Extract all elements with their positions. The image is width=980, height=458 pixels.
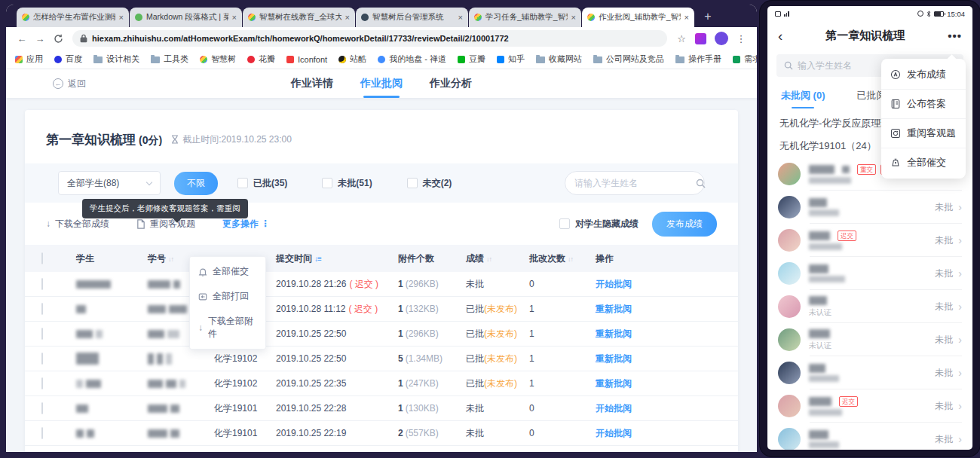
student-row[interactable]: 未批› [767,356,972,389]
reload-icon[interactable] [50,30,66,47]
runoob-favicon-icon [135,14,142,21]
new-tab-button[interactable]: + [698,8,718,26]
select-all-checkbox[interactable] [41,252,43,264]
bookmark-iconfont[interactable]: Iconfont [286,55,327,64]
checkbox-icon[interactable] [407,178,418,188]
tab-close-icon[interactable]: × [571,13,576,22]
mobile-more-menu-icon[interactable]: ••• [948,29,962,42]
table-row[interactable]: 化学19102 2019.10.25 22:35 1(247KB) 已批(未发布… [25,371,738,396]
tab-close-icon[interactable]: × [119,13,124,22]
bookmark-folder-company[interactable]: 公司网站及竞品 [593,53,664,65]
review-objective-button[interactable]: 重阅客观题 [136,218,195,231]
browser-tab-active[interactable]: 作业批阅_辅助教学_智慧树网× [582,8,694,27]
sort-icons[interactable]: ↓↑ [168,255,173,263]
checkbox-icon[interactable] [322,178,332,188]
tab-close-icon[interactable]: × [232,13,237,22]
sort-icons[interactable]: ↓↑ [486,255,492,263]
menu-return-all[interactable]: 全部打回 [190,284,265,309]
filter-all-button[interactable]: 不限 [174,172,218,195]
filter-unsubmitted-checkbox[interactable]: 未交(2) [407,177,452,190]
review-action-link[interactable]: 重新批阅 [596,377,738,390]
student-row[interactable]: 未认证 未批› [767,323,972,356]
row-checkbox[interactable] [41,427,43,439]
menu-publish-answers[interactable]: 公布答案 [881,90,966,119]
publish-scores-button[interactable]: 发布成绩 [652,212,717,237]
filter-unreviewed-checkbox[interactable]: 未批(51) [322,177,372,190]
return-button[interactable]: ←返回 [53,78,86,90]
table-row[interactable]: 2019.10.28 21:26( 迟交 ) 1(296KB) 未批 0 开始批… [25,272,738,297]
review-action-link[interactable]: 重新批阅 [596,303,738,316]
table-row[interactable]: 化学19102 2019.10.25 22:50 1(296KB) 已批(未发布… [25,322,738,347]
student-row[interactable]: 未批› [767,423,972,450]
hide-scores-checkbox[interactable]: 对学生隐藏成绩 [559,218,639,231]
bookmark-douban[interactable]: 豆瓣 [458,53,485,65]
address-bar[interactable]: hiexam.zhihuishu.com/atHomeworkExam/tch/… [72,30,667,47]
review-action-link[interactable]: 重新批阅 [596,353,738,365]
student-row[interactable]: 未批› [767,191,972,224]
student-search-input[interactable] [574,178,691,188]
row-checkbox[interactable] [41,353,43,365]
browser-tab[interactable]: 智慧树后台管理系统× [356,8,468,27]
tab-close-icon[interactable]: × [684,13,689,22]
bookmark-folder-sites[interactable]: 收藏网站 [536,53,582,65]
bookmark-folder-manual[interactable]: 操作手册 [675,53,721,65]
review-action-link[interactable]: 开始批阅 [596,427,738,440]
student-row[interactable]: 未批› [767,257,972,290]
back-icon[interactable]: ← [14,30,30,47]
filter-reviewed-checkbox[interactable]: 已批(35) [237,177,287,190]
student-row[interactable]: 迟交 未批› [767,389,972,423]
sort-icons[interactable]: ↓↑ [568,255,573,263]
tab-homework-detail[interactable]: 作业详情 [291,69,333,98]
tab-homework-review[interactable]: 作业批阅 [360,69,403,98]
tab-homework-analysis[interactable]: 作业分析 [430,69,472,98]
sort-icons-active[interactable]: ↓≡ [314,255,321,263]
bookmark-huaban[interactable]: 花瓣 [247,53,275,65]
student-row[interactable]: 未认证 未批› [767,290,972,323]
browser-tab[interactable]: 智慧树在线教育_全球大型的× [243,8,355,27]
menu-urge-all[interactable]: 全部催交 [881,148,966,177]
browser-tab[interactable]: Markdown 段落格式 | 菜鸟教× [130,8,242,27]
student-row[interactable]: 迟交 未批› [767,224,972,257]
row-checkbox[interactable] [41,303,43,315]
table-row[interactable]: 化学19101 2019.10.25 22:19 2(557KB) 未批 0 开… [25,421,738,446]
bookmark-zcool[interactable]: 站酷 [338,53,366,65]
bookmark-folder-design[interactable]: 设计相关 [93,53,139,65]
review-action-link[interactable]: 重新批阅 [596,328,738,340]
row-checkbox[interactable] [41,402,43,414]
review-action-link[interactable]: 开始批阅 [596,278,738,291]
row-checkbox[interactable] [41,328,43,340]
download-all-scores-button[interactable]: ↓下载全部成绩 [46,218,109,231]
tab-unreviewed[interactable]: 未批阅 (0) [781,89,825,102]
table-row[interactable]: 化学19101 2019.10.25 22:28 1(130KB) 未批 0 开… [25,396,738,421]
profile-avatar[interactable] [715,32,728,45]
bookmark-sheet[interactable]: 需求评审计划表 [733,53,757,65]
student-search[interactable] [565,171,705,195]
checkbox-icon[interactable] [237,178,248,188]
table-row[interactable]: 化学19101 2019.10.28 11:12( 迟交 ) 1(132KB) … [25,297,738,322]
browser-menu-icon[interactable]: ⋮ [733,30,749,47]
browser-tab[interactable]: 怎样给学生布置作业测验 - 在× [17,8,129,27]
menu-download-attachments[interactable]: ↓ 下载全部附件 [190,309,265,347]
bookmark-folder-tools[interactable]: 工具类 [151,53,188,65]
row-checkbox[interactable] [41,278,43,290]
checkbox-icon[interactable] [559,218,570,229]
row-checkbox[interactable] [41,377,43,389]
bookmark-baidu[interactable]: 百度 [54,53,82,65]
bookmark-apps[interactable]: 应用 [15,53,43,65]
bookmark-zentao[interactable]: 我的地盘 - 禅道 [378,53,446,65]
tab-close-icon[interactable]: × [345,13,350,22]
menu-review-objective[interactable]: 重阅客观题 [881,119,966,148]
forward-icon[interactable]: → [32,30,48,47]
browser-tab[interactable]: 学习任务_辅助教学_智慧树网× [469,8,581,27]
bookmark-star-icon[interactable]: ☆ [673,30,690,47]
menu-publish-scores[interactable]: 发布成绩 [881,60,966,90]
extension-icon[interactable] [695,33,706,44]
more-actions-button[interactable]: 更多操作⋮ [222,218,270,231]
student-filter-select[interactable]: 全部学生(88) [58,171,161,195]
review-action-link[interactable]: 开始批阅 [596,402,738,415]
bookmark-zhihu[interactable]: 知乎 [497,53,525,65]
table-row[interactable]: 化学19102 2019.10.25 22:50 5(1.34MB) 已批(未发… [25,347,738,371]
bookmark-zhihuishu[interactable]: 智慧树 [200,53,236,65]
tab-close-icon[interactable]: × [458,13,463,22]
menu-urge-all[interactable]: 全部催交 [190,259,265,284]
